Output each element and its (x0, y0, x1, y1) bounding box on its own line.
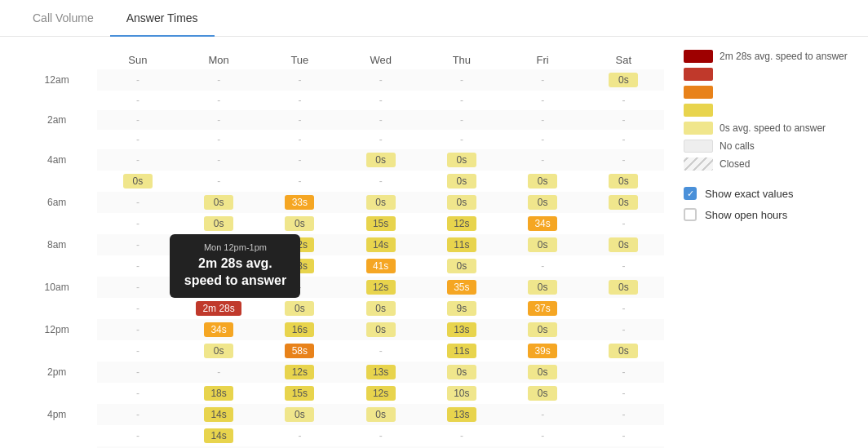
empty-cell: - (622, 260, 625, 272)
table-cell: 16s (259, 319, 340, 340)
table-cell: - (583, 213, 664, 234)
time-label (16, 213, 97, 234)
table-cell: 12s (340, 277, 421, 298)
table-cell: - (583, 319, 664, 340)
cell-value: 13s (447, 407, 476, 422)
empty-cell: - (217, 175, 220, 187)
table-cell: 0s (421, 192, 502, 213)
cell-value: 15s (366, 216, 396, 231)
legend-closed: Closed (684, 157, 852, 171)
cell-value: 13s (447, 322, 476, 337)
table-cell: - (340, 340, 421, 362)
cell-value: 0s (204, 259, 233, 273)
cell-value: 15s (285, 386, 314, 401)
cell-value: 0s (528, 365, 557, 379)
table-cell: 0s (583, 171, 664, 192)
table-cell: - (583, 110, 664, 130)
empty-cell: - (298, 95, 301, 106)
legend-orange (684, 86, 852, 99)
cell-value: 0s (366, 195, 396, 210)
cell-value: 12s (285, 237, 314, 252)
table-cell: - (421, 425, 502, 446)
table-cell: - (179, 130, 259, 149)
table-cell: - (503, 69, 583, 91)
table-row: -0s58s-11s39s0s (16, 340, 664, 362)
table-cell: 0s (503, 362, 583, 383)
cell-value: 12s (447, 216, 476, 231)
table-cell: 0s (179, 340, 259, 362)
cell-value: 14s (204, 407, 233, 422)
time-label: 2pm (16, 362, 97, 383)
empty-cell: - (217, 282, 220, 293)
table-cell: - (179, 69, 259, 91)
cell-value: 0s (528, 237, 557, 252)
table-cell: - (583, 91, 664, 110)
legend-no-calls: No calls (684, 140, 852, 153)
empty-cell: - (136, 409, 140, 420)
legend-no-calls-label: No calls (720, 140, 755, 152)
cell-value: 0s (447, 174, 476, 189)
empty-cell: - (541, 409, 544, 420)
cell-value: 16s (285, 322, 314, 337)
swatch-closed (684, 157, 713, 171)
time-label (16, 383, 97, 404)
table-cell: 0s (259, 404, 340, 425)
table-cell: - (503, 425, 583, 446)
empty-cell: - (136, 154, 140, 166)
show-open-hours-checkbox[interactable] (684, 208, 697, 221)
table-cell: - (421, 110, 502, 130)
table-row: ------- (16, 91, 664, 110)
empty-cell: - (217, 74, 220, 86)
empty-cell: - (622, 409, 625, 420)
table-cell: 0s (421, 255, 502, 277)
empty-cell: - (379, 74, 383, 86)
empty-cell: - (217, 134, 220, 145)
show-exact-values-checkbox[interactable] (684, 187, 697, 200)
heatmap-grid: Sun Mon Tue Wed Thu Fri Sat 12am------0s… (16, 50, 664, 448)
empty-cell: - (379, 134, 383, 145)
cell-value: 0s (447, 153, 476, 167)
empty-cell: - (136, 282, 140, 293)
cell-value: 12s (285, 365, 314, 379)
table-cell: - (97, 383, 178, 404)
table-cell: - (583, 255, 664, 277)
table-cell: 12s (340, 383, 421, 404)
empty-cell: - (136, 324, 140, 335)
table-row: - Mon 12pm-1pm 2m 28s avg.speed to answe… (16, 298, 664, 319)
empty-cell: - (622, 218, 625, 229)
time-header (16, 50, 97, 69)
cell-value: 13s (366, 365, 396, 379)
table-cell: - (179, 362, 259, 383)
empty-cell: - (541, 134, 544, 145)
empty-cell: - (379, 114, 383, 126)
legend-yellow (684, 104, 852, 117)
empty-cell: - (298, 154, 301, 166)
time-label: 12am (16, 69, 97, 91)
cell-value: 0s (528, 280, 557, 295)
table-cell: - (421, 130, 502, 149)
table-row: -14s----- (16, 425, 664, 446)
table-cell: 0s (340, 298, 421, 319)
main-content: Sun Mon Tue Wed Thu Fri Sat 12am------0s… (0, 37, 868, 448)
show-open-hours-option[interactable]: Show open hours (684, 208, 852, 221)
tab-call-volume[interactable]: Call Volume (16, 0, 110, 36)
col-header-thu: Thu (421, 50, 502, 69)
cell-value: 0s (447, 259, 476, 273)
table-row: 2pm--12s13s0s0s- (16, 362, 664, 383)
empty-cell: - (622, 114, 625, 126)
tab-answer-times[interactable]: Answer Times (110, 0, 215, 36)
cell-value: 18s (204, 386, 233, 401)
show-exact-values-option[interactable]: Show exact values (684, 187, 852, 200)
empty-cell: - (622, 388, 625, 399)
table-cell: 0s (503, 383, 583, 404)
table-cell: 0s (421, 362, 502, 383)
table-cell: - (259, 110, 340, 130)
cell-value: 0s (528, 174, 557, 189)
cell-value: 0s (609, 280, 638, 295)
table-cell: 10s (421, 383, 502, 404)
swatch-dark-red (684, 50, 713, 63)
table-cell: - (97, 319, 178, 340)
cell-value: 0s (609, 174, 638, 189)
cell-value: 0s (609, 237, 638, 252)
table-row: 6am-0s33s0s0s0s0s (16, 192, 664, 213)
